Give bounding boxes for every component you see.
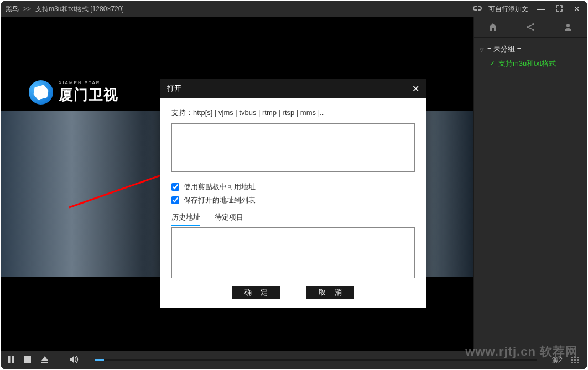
volume-icon[interactable] xyxy=(70,356,80,365)
check-label-1: 使用剪贴板中可用地址 xyxy=(184,182,256,192)
svg-rect-20 xyxy=(571,362,573,363)
svg-rect-10 xyxy=(24,356,31,363)
ok-button[interactable]: 确 定 xyxy=(232,286,280,299)
url-input[interactable] xyxy=(171,123,415,172)
share-icon[interactable] xyxy=(512,17,549,37)
svg-rect-8 xyxy=(8,356,11,363)
link-icon[interactable] xyxy=(473,5,482,13)
svg-rect-12 xyxy=(41,362,48,363)
channel-label: 支持m3u和txt格式 xyxy=(498,59,556,69)
svg-rect-21 xyxy=(574,362,576,363)
check-use-clipboard[interactable]: 使用剪贴板中可用地址 xyxy=(171,180,415,194)
check-icon: ✓ xyxy=(490,60,495,67)
svg-line-6 xyxy=(529,28,533,29)
channel-item[interactable]: ✓ 支持m3u和txt格式 xyxy=(480,56,581,71)
minimize-button[interactable]: — xyxy=(535,4,547,13)
svg-marker-11 xyxy=(41,356,48,361)
maximize-button[interactable] xyxy=(554,4,565,13)
tab-history[interactable]: 历史地址 xyxy=(171,212,200,226)
cancel-button[interactable]: 取 消 xyxy=(306,286,354,299)
svg-rect-22 xyxy=(577,362,579,363)
titlebar: 黑鸟 >> 支持m3u和txt格式 [1280×720] 可自行添加文 — ✕ xyxy=(1,1,587,17)
arrows: >> xyxy=(23,5,31,13)
stop-button[interactable] xyxy=(24,356,31,364)
close-button[interactable]: ✕ xyxy=(571,4,582,13)
clipboard-checkbox[interactable] xyxy=(171,183,179,191)
logo-icon xyxy=(29,80,53,105)
support-text: 支持：http[s] | vjms | tvbus | rtmp | rtsp … xyxy=(171,108,415,118)
channel-group[interactable]: ▽ = 未分组 = xyxy=(480,42,581,56)
group-name: = 未分组 = xyxy=(487,44,521,54)
user-icon[interactable] xyxy=(549,17,587,37)
chevron-down-icon: ▽ xyxy=(480,46,484,53)
savelist-checkbox[interactable] xyxy=(171,196,179,204)
eject-button[interactable] xyxy=(41,356,49,364)
sidebar: ▽ = 未分组 = ✓ 支持m3u和txt格式 xyxy=(473,17,587,351)
svg-line-0 xyxy=(69,173,169,207)
logo-sub: XIAMEN STAR xyxy=(59,80,118,85)
right-text: 可自行添加文 xyxy=(488,4,528,14)
channel-logo: XIAMEN STAR 厦门卫视 xyxy=(29,80,118,105)
dialog-header[interactable]: 打开 ✕ xyxy=(160,79,426,98)
check-label-2: 保存打开的地址到列表 xyxy=(184,195,256,205)
dialog-close-button[interactable]: ✕ xyxy=(412,84,419,94)
logo-text: 厦门卫视 xyxy=(59,85,118,105)
history-list[interactable] xyxy=(171,227,415,278)
open-dialog: 打开 ✕ 支持：http[s] | vjms | tvbus | rtmp | … xyxy=(160,79,426,308)
svg-marker-13 xyxy=(70,356,74,363)
svg-line-5 xyxy=(529,25,533,27)
svg-point-7 xyxy=(566,24,570,27)
home-icon[interactable] xyxy=(474,17,512,37)
watermark: www.rjtj.cn 软荐网 xyxy=(465,343,578,360)
check-save-list[interactable]: 保存打开的地址到列表 xyxy=(171,194,415,207)
pause-button[interactable] xyxy=(8,356,14,365)
svg-rect-9 xyxy=(12,356,14,363)
dialog-title: 打开 xyxy=(167,84,181,93)
title-detail: 支持m3u和txt格式 [1280×720] xyxy=(35,4,124,14)
app-name: 黑鸟 xyxy=(6,4,19,14)
tab-pending[interactable]: 待定项目 xyxy=(215,212,243,226)
